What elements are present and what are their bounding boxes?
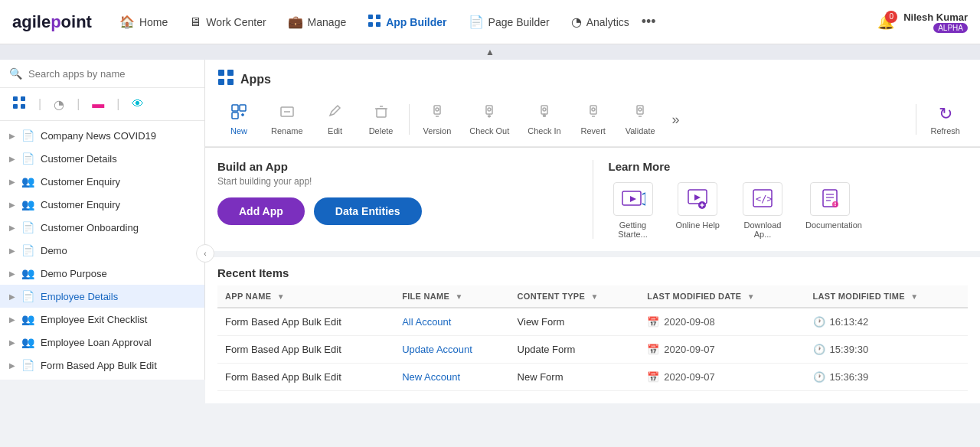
data-entities-button[interactable]: Data Entities <box>314 197 422 225</box>
check-out-button[interactable]: Check Out <box>462 99 517 140</box>
nav-home[interactable]: 🏠 Home <box>110 10 177 34</box>
collapse-bar[interactable]: ▲ <box>0 44 980 60</box>
sidebar-eye-icon[interactable]: 👁 <box>129 94 147 114</box>
svg-point-25 <box>488 108 491 111</box>
sidebar-item-form-based[interactable]: ▶ 📄 Form Based App Bulk Edit <box>0 354 204 377</box>
sidebar-item-employee-exit[interactable]: ▶ 👥 Employee Exit Checklist <box>0 308 204 331</box>
sidebar-collapse-button[interactable]: ‹ <box>196 244 214 263</box>
svg-rect-12 <box>232 105 238 111</box>
nav-app-builder[interactable]: App Builder <box>358 9 456 35</box>
learn-online-help[interactable]: Online Help <box>676 182 720 239</box>
user-menu[interactable]: Nilesh Kumar ALPHA <box>903 11 968 33</box>
delete-button[interactable]: Delete <box>360 99 403 140</box>
apps-header: Apps <box>205 60 980 96</box>
cell-file-name[interactable]: Update Account <box>394 336 509 364</box>
clock-icon: 🕐 <box>813 371 825 383</box>
arrow-icon: ▶ <box>9 178 15 186</box>
sidebar-item-label: Customer Onboarding <box>41 222 139 233</box>
table-row: Form Based App Bulk Edit New Account New… <box>217 364 968 391</box>
cell-content-type: Update Form <box>510 336 640 364</box>
sidebar-list: ▶ 📄 Company News COVID19 ▶ 📄 Customer De… <box>0 121 204 380</box>
nav-work-center[interactable]: 🖥 Work Center <box>180 11 275 34</box>
user-badge: ALPHA <box>933 23 968 33</box>
rename-button[interactable]: Rename <box>263 99 311 140</box>
table-row: Form Based App Bulk Edit All Account Vie… <box>217 308 968 336</box>
arrow-icon: ▶ <box>9 224 15 232</box>
sidebar-grid-icon[interactable] <box>9 93 29 116</box>
nav-analytics[interactable]: ◔ Analytics <box>562 10 639 34</box>
sort-icon-file-name: ▼ <box>455 292 462 301</box>
svg-rect-24 <box>486 106 492 114</box>
learn-title: Learn More <box>609 160 969 173</box>
new-button[interactable]: New <box>217 99 260 140</box>
col-app-name[interactable]: APP NAME ▼ <box>217 285 394 308</box>
svg-marker-33 <box>630 196 636 202</box>
svg-rect-7 <box>21 104 25 109</box>
recent-table: APP NAME ▼ FILE NAME ▼ CONTENT TYPE ▼ <box>217 285 968 391</box>
toolbar-more-button[interactable]: » <box>666 112 686 128</box>
cell-app-name: Form Based App Bulk Edit <box>217 364 394 391</box>
cell-file-name[interactable]: All Account <box>394 308 509 336</box>
app-builder-icon <box>368 14 381 31</box>
doc-icon: 📄 <box>21 152 34 165</box>
search-input[interactable] <box>28 68 195 80</box>
sidebar-item-customer-onboarding[interactable]: ▶ 📄 Customer Onboarding <box>0 216 204 239</box>
cell-content-type: New Form <box>510 364 640 391</box>
col-file-name[interactable]: FILE NAME ▼ <box>394 285 509 308</box>
arrow-icon: ▶ <box>9 155 15 163</box>
check-out-label: Check Out <box>469 126 509 135</box>
doc-icon: 📄 <box>21 359 34 371</box>
sidebar-clock-icon[interactable]: ◔ <box>51 94 67 115</box>
sort-icon-last-modified-time: ▼ <box>910 292 918 301</box>
main-layout: 🔍 | ◔ | ▬ | 👁 ▶ 📄 Company News COVID19 <box>0 60 980 447</box>
notifications-button[interactable]: 🔔 0 <box>877 14 894 31</box>
nav-more-button[interactable]: ••• <box>642 14 656 30</box>
check-in-button[interactable]: Check In <box>520 99 568 140</box>
cell-file-name[interactable]: New Account <box>394 364 509 391</box>
sidebar-item-customer-enquiry-2[interactable]: ▶ 👥 Customer Enquiry <box>0 193 204 216</box>
sidebar-item-customer-enquiry-1[interactable]: ▶ 👥 Customer Enquiry <box>0 170 204 193</box>
recent-table-header: APP NAME ▼ FILE NAME ▼ CONTENT TYPE ▼ <box>217 285 968 308</box>
learn-download-app[interactable]: </> Download Ap... <box>738 182 787 239</box>
version-button[interactable]: Version <box>416 99 459 140</box>
refresh-button[interactable]: ↻ Refresh <box>923 100 968 140</box>
learn-documentation[interactable]: Documentation <box>805 182 854 239</box>
getting-started-icon-box <box>613 182 653 216</box>
sidebar-item-demo[interactable]: ▶ 📄 Demo <box>0 239 204 262</box>
add-app-button[interactable]: Add App <box>217 197 305 225</box>
sidebar-item-company-news[interactable]: ▶ 📄 Company News COVID19 <box>0 124 204 147</box>
table-row: Form Based App Bulk Edit Update Account … <box>217 336 968 364</box>
sidebar-item-customer-details[interactable]: ▶ 📄 Customer Details <box>0 147 204 170</box>
divider3: | <box>116 97 119 111</box>
page-builder-icon: 📄 <box>469 15 484 29</box>
sidebar-minus-icon[interactable]: ▬ <box>89 94 107 114</box>
arrow-icon: ▶ <box>9 269 15 278</box>
col-last-modified-time[interactable]: LAST MODIFIED TIME ▼ <box>805 285 968 308</box>
col-content-type[interactable]: CONTENT TYPE ▼ <box>510 285 640 308</box>
col-last-modified-date[interactable]: LAST MODIFIED DATE ▼ <box>639 285 805 308</box>
sidebar-item-label: Form Based App Bulk Edit <box>41 360 157 371</box>
cell-last-modified-time: 🕐 15:36:39 <box>805 364 968 391</box>
sidebar-item-employee-details[interactable]: ▶ 📄 Employee Details <box>0 285 204 308</box>
edit-button[interactable]: Edit <box>314 99 357 140</box>
sidebar-item-employee-loan[interactable]: ▶ 👥 Employee Loan Approval <box>0 331 204 354</box>
revert-button[interactable]: Revert <box>572 99 615 140</box>
validate-label: Validate <box>626 126 655 135</box>
documentation-icon-box <box>810 182 850 216</box>
validate-button[interactable]: Validate <box>618 99 663 140</box>
sidebar-wrapper: 🔍 | ◔ | ▬ | 👁 ▶ 📄 Company News COVID19 <box>0 60 205 447</box>
sidebar-item-demo-purpose[interactable]: ▶ 👥 Demo Purpose <box>0 262 204 285</box>
sidebar-toolbar: | ◔ | ▬ | 👁 <box>0 88 204 121</box>
nav-page-builder[interactable]: 📄 Page Builder <box>459 10 559 34</box>
analytics-icon: ◔ <box>571 15 582 29</box>
download-app-icon-box: </> <box>743 182 782 216</box>
learn-getting-started[interactable]: Getting Starte... <box>609 182 658 239</box>
calendar-icon: 📅 <box>647 316 659 328</box>
apps-toolbar: New Rename <box>205 96 980 147</box>
delete-label: Delete <box>369 126 394 135</box>
sidebar-item-label: Customer Enquiry <box>41 199 120 210</box>
cell-app-name: Form Based App Bulk Edit <box>217 336 394 364</box>
sidebar-item-label: Employee Details <box>41 291 118 302</box>
nav-manage[interactable]: 💼 Manage <box>279 10 356 34</box>
new-icon <box>230 103 247 124</box>
